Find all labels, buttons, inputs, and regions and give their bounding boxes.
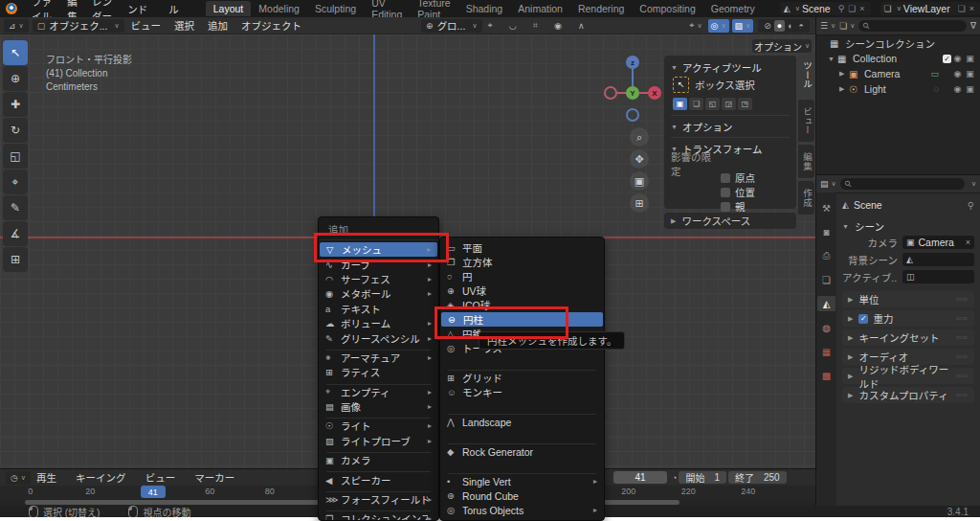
workspace-tab[interactable]: Animation xyxy=(510,1,570,16)
section-checkbox[interactable]: ✓ xyxy=(858,314,868,324)
checkbox-row[interactable]: 位置 xyxy=(721,185,790,199)
tool-button[interactable]: ⊞ xyxy=(3,247,28,272)
checkbox[interactable] xyxy=(721,202,730,212)
add-menu-item[interactable]: ◠ サーフェス ▸ xyxy=(319,272,438,286)
viewport-menu[interactable]: オブジェクト xyxy=(234,18,308,33)
tool-button[interactable]: ⌖ xyxy=(3,170,28,194)
outliner-row[interactable]: ▼ ▦ Collection ✓ ◉ ▣ xyxy=(816,51,980,66)
select-mode-button[interactable]: ◳ xyxy=(738,98,752,110)
add-menu-item[interactable]: ▤ 画像 ▸ xyxy=(319,399,438,414)
select-mode-button[interactable]: ◱ xyxy=(705,98,720,110)
new-copy-icon[interactable]: ❏ xyxy=(848,4,856,13)
stopwatch-icon[interactable]: ◔ xyxy=(672,473,677,483)
mesh-menu-item[interactable]: ⊛ Round Cube ▸ xyxy=(440,488,604,503)
perspective-grid-icon[interactable]: ⊞ xyxy=(630,193,649,213)
sidebar-tab[interactable]: 作成 xyxy=(798,181,814,215)
expander-icon[interactable]: ▶ xyxy=(839,70,849,78)
gizmo-x-axis[interactable]: X xyxy=(648,86,661,100)
viewlayer-selector[interactable]: ❏∨ ViewLayer ❏ × xyxy=(880,2,980,15)
outliner-editor-icon[interactable]: ☰ xyxy=(820,21,828,31)
properties-tab[interactable]: ◙ xyxy=(817,224,835,239)
header-toggle[interactable]: ⌖∨ xyxy=(485,19,503,33)
properties-tab[interactable]: ◍ xyxy=(817,320,835,335)
current-frame-field[interactable]: 41 xyxy=(613,471,667,484)
property-section[interactable]: ▶ ✓ 重力 ══ xyxy=(842,310,974,327)
display-mode-icon[interactable]: ❏ xyxy=(839,21,847,31)
timeline-menu[interactable]: マーカー∨ xyxy=(189,470,248,485)
header-toggle[interactable]: ◉∨ xyxy=(551,19,572,33)
tool-button[interactable]: ✚ xyxy=(3,92,28,117)
properties-tab[interactable]: ▦ xyxy=(817,344,835,359)
select-mode-button[interactable]: ❏ xyxy=(689,98,703,110)
gizmo-y-axis[interactable]: Y xyxy=(626,86,639,100)
field-input[interactable]: ▣ Camera × xyxy=(902,236,974,249)
add-menu-item[interactable]: ◀ スピーカー ▸ xyxy=(319,472,438,487)
outliner-search-input[interactable]: ⚲ xyxy=(858,20,967,32)
tool-button[interactable]: ⊕ xyxy=(3,66,28,91)
viewport-menu[interactable]: ビュー xyxy=(124,18,168,33)
header-toggle[interactable]: ◡∨ xyxy=(506,19,527,33)
expander-icon[interactable]: ▶ xyxy=(839,85,849,93)
tool-button[interactable]: ✎ xyxy=(3,195,28,220)
gizmo-z-axis[interactable]: z xyxy=(626,56,639,69)
header-toggle[interactable]: ∧∨ xyxy=(575,19,595,33)
gizmo-minus-z-axis[interactable] xyxy=(626,108,639,122)
sidebar-tab[interactable]: ツール xyxy=(798,54,814,97)
shading-mode-button[interactable]: ● xyxy=(774,20,785,32)
gizmo-minus-x-axis[interactable] xyxy=(604,86,617,100)
mesh-menu-item[interactable]: ◎ Torus Objects ▸ xyxy=(440,503,604,517)
overlay-toggle[interactable]: ◎∨ xyxy=(708,19,729,33)
add-menu-item[interactable]: ⚹ アーマチュア ▸ xyxy=(319,351,438,365)
options-section-header[interactable]: ▼オプション xyxy=(671,119,790,134)
workspace-tab[interactable]: Compositing xyxy=(632,1,702,16)
close-icon[interactable]: × xyxy=(969,4,974,13)
active-tool-header[interactable]: ▼アクティブツール xyxy=(671,59,790,75)
mesh-menu-item[interactable]: ❒ 立方体 ▸ xyxy=(440,255,604,269)
add-menu-item[interactable]: ⌖ エンプティ ▸ xyxy=(319,385,438,399)
expander-icon[interactable]: ▼ xyxy=(828,56,837,62)
properties-tab[interactable]: ▩ xyxy=(817,368,835,383)
add-menu-item[interactable]: ⋙ フォースフィールド ▸ xyxy=(319,492,438,507)
add-menu-item[interactable]: ❒ コレクションインスタンス ▸ xyxy=(319,511,438,521)
select-mode-button[interactable]: ▣ xyxy=(673,98,687,110)
camera-restrict-icon[interactable]: ▣ xyxy=(964,69,976,79)
timeline-menu[interactable]: 再生∨ xyxy=(31,470,70,485)
close-icon[interactable]: × xyxy=(859,4,864,13)
timeline-editor-button[interactable]: ◷∨ xyxy=(6,471,31,485)
workspace-tab[interactable]: Rendering xyxy=(570,1,632,16)
new-copy-icon[interactable]: ❏ xyxy=(958,4,966,13)
zoom-icon[interactable]: ⌕ xyxy=(630,127,649,147)
add-menu-item[interactable]: ▣ カメラ ▸ xyxy=(319,453,438,467)
properties-tab[interactable]: ⚒ xyxy=(817,200,835,215)
shading-mode-button[interactable]: ⊘ xyxy=(761,20,774,32)
properties-tab[interactable]: ⎙ xyxy=(817,248,835,263)
workspace-tab[interactable]: Shading xyxy=(458,1,511,16)
header-toggle[interactable]: ⌗∨ xyxy=(530,19,548,33)
shading-mode-button[interactable]: ◓ xyxy=(796,20,807,32)
mesh-menu-item[interactable]: ⊕ UV球 ▸ xyxy=(440,283,604,298)
outliner-row[interactable]: ▦ シーンコレクション ✓ ◉ ▣ xyxy=(816,35,980,51)
add-menu-item[interactable]: a テキスト ▸ xyxy=(319,302,438,316)
timeline-menu[interactable]: ビュー∨ xyxy=(140,470,189,485)
mesh-menu-item[interactable]: ▭ 平面 ▸ xyxy=(440,240,604,255)
end-frame-field[interactable]: 終了250 xyxy=(728,471,787,484)
mesh-menu-item[interactable]: ☺ モンキー ▸ xyxy=(440,385,604,399)
property-section[interactable]: ▶ ✓ キーイングセット ══ xyxy=(842,329,974,346)
mesh-menu-item[interactable]: ○ 円 ▸ xyxy=(440,269,604,283)
mesh-menu-item[interactable]: ◆ Rock Generator ▸ xyxy=(440,444,604,459)
properties-editor-icon[interactable]: ▤ xyxy=(820,179,829,189)
chevron-down-icon[interactable]: ∨ xyxy=(971,180,976,188)
orientation-selector[interactable]: ⊕ グロ... ∨ xyxy=(421,19,481,33)
tool-button[interactable]: ◱ xyxy=(3,144,28,169)
viewport-menu[interactable]: 追加 xyxy=(201,18,234,33)
mode-selector[interactable]: ▢ オブジェク... ∨ xyxy=(33,19,124,33)
add-menu-item[interactable]: ▨ ライトプローブ ▸ xyxy=(319,434,438,448)
add-menu-item[interactable]: ◉ メタボール ▸ xyxy=(319,286,438,301)
add-menu-item[interactable]: ☁ ボリューム ▸ xyxy=(319,316,438,330)
sidebar-tab[interactable]: ビュー xyxy=(798,100,814,143)
outliner-row[interactable]: ▶ ▣ Camera ▭ ✓ ◉ ▣ xyxy=(816,66,980,81)
shading-mode-button[interactable]: ◐ xyxy=(785,20,795,32)
camera-restrict-icon[interactable]: ▣ xyxy=(964,54,976,63)
properties-tab[interactable]: ❏ xyxy=(817,272,835,287)
timeline-menu[interactable]: キーイング∨ xyxy=(70,470,140,485)
